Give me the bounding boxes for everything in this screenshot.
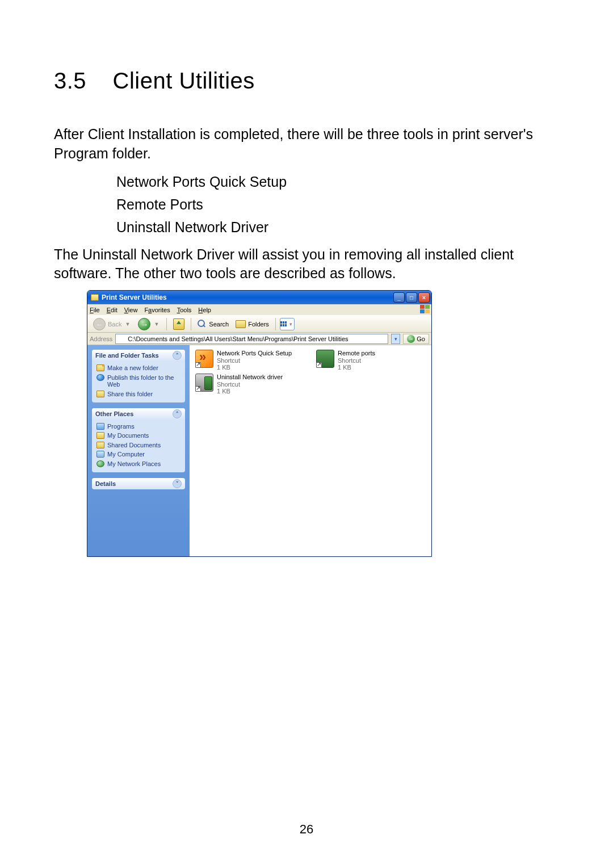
tasks-panel-title: File and Folder Tasks [95,352,159,359]
search-button[interactable]: Search [195,318,231,330]
documents-icon [96,432,104,439]
toolbar: ← Back ▼ → ▼ Search Folders ▾ [87,316,431,333]
new-folder-icon [96,364,104,371]
link-network-places[interactable]: My Network Places [96,460,180,468]
separator [166,318,167,330]
menu-help[interactable]: Help [198,307,211,313]
menubar: File Edit View Favorites Tools Help [87,304,431,316]
separator [275,318,276,330]
link-my-documents[interactable]: My Documents [96,432,180,439]
views-button[interactable]: ▾ [280,318,295,330]
item-name: Network Ports Quick Setup [217,350,292,357]
item-name: Uninstall Network driver [217,374,283,381]
folder-content[interactable]: Network Ports Quick Setup Shortcut 1 KB … [190,345,431,556]
search-label: Search [209,321,229,328]
svg-rect-3 [425,309,430,313]
item-text: Remote ports Shortcut 1 KB [338,350,375,371]
minimize-button[interactable]: _ [393,292,405,303]
go-label: Go [417,336,425,342]
details-panel-title: Details [95,480,116,487]
up-folder-icon [173,318,184,330]
programs-icon [96,423,104,430]
network-icon [96,460,104,467]
shortcut-icon [316,350,334,368]
section-number: 3.5 [54,68,86,93]
link-my-computer[interactable]: My Computer [96,451,180,458]
folders-button[interactable]: Folders [233,319,271,329]
close-button[interactable]: × [418,292,430,303]
list-item: Remote Ports [116,193,559,216]
address-field[interactable]: C:\Documents and Settings\All Users\Star… [115,334,388,344]
item-size: 1 KB [338,364,375,371]
explorer-window: Print Server Utilities _ □ × File Edit V… [87,290,432,557]
link-programs[interactable]: Programs [96,423,180,430]
chevron-down-icon: ▼ [124,321,131,327]
svg-rect-0 [420,305,425,309]
window-controls: _ □ × [393,292,430,303]
menu-favorites[interactable]: Favorites [144,307,170,313]
side-pane: File and Folder Tasks ˄ Make a new folde… [87,345,190,556]
menu-file[interactable]: File [90,307,100,313]
address-dropdown[interactable]: ▾ [391,334,400,344]
go-icon: → [407,335,415,343]
collapse-icon[interactable]: ˄ [173,351,182,360]
list-item: Network Ports Quick Setup [116,170,559,193]
item-text: Uninstall Network driver Shortcut 1 KB [217,374,283,395]
separator [191,318,191,330]
views-icon [280,321,287,327]
forward-button[interactable]: → ▼ [136,317,162,332]
shortcut-badge-icon [316,362,322,368]
other-places-title: Other Places [95,410,133,417]
address-path: C:\Documents and Settings\All Users\Star… [128,336,348,342]
up-button[interactable] [171,317,187,331]
other-places-header[interactable]: Other Places ˄ [92,408,185,420]
window-body: File and Folder Tasks ˄ Make a new folde… [87,345,431,556]
task-share-folder[interactable]: Share this folder [96,391,180,398]
task-make-folder[interactable]: Make a new folder [96,364,180,372]
shortcut-icon [195,374,213,392]
svg-rect-2 [420,309,425,313]
other-places-panel: Other Places ˄ Programs My Documents Sha… [92,408,185,472]
computer-icon [96,451,104,458]
document-page: 3.5 Client Utilities After Client Instal… [0,0,613,868]
menu-view[interactable]: View [124,307,138,313]
intro-paragraph: After Client Installation is completed, … [54,125,559,163]
chevron-down-icon: ▾ [288,321,293,327]
menu-edit[interactable]: Edit [107,307,117,313]
go-button[interactable]: → Go [403,334,429,344]
section-title-text: Client Utilities [113,68,255,93]
folder-icon [117,336,125,342]
shortcut-item[interactable]: Network Ports Quick Setup Shortcut 1 KB [194,349,305,372]
item-text: Network Ports Quick Setup Shortcut 1 KB [217,350,292,371]
shared-docs-icon [96,442,104,448]
details-panel: Details ˅ [92,478,185,489]
search-icon [198,320,207,329]
task-publish-web[interactable]: Publish this folder to the Web [96,374,180,388]
maximize-button[interactable]: □ [406,292,417,303]
window-title: Print Server Utilities [102,293,393,301]
collapse-icon[interactable]: ˄ [173,409,182,418]
folders-icon [236,320,246,328]
tools-list: Network Ports Quick Setup Remote Ports U… [116,170,559,238]
expand-icon[interactable]: ˅ [173,479,182,488]
tasks-panel: File and Folder Tasks ˄ Make a new folde… [92,350,185,402]
item-name: Remote ports [338,350,375,357]
address-bar: Address C:\Documents and Settings\All Us… [87,333,431,345]
folders-label: Folders [248,321,269,328]
windows-logo-icon [420,305,430,314]
titlebar[interactable]: Print Server Utilities _ □ × [87,291,431,304]
page-number: 26 [0,822,613,837]
shortcut-item[interactable]: Remote ports Shortcut 1 KB [315,349,406,372]
back-button[interactable]: ← Back ▼ [91,317,133,332]
back-icon: ← [93,318,106,330]
section-heading: 3.5 Client Utilities [54,68,559,94]
tasks-panel-header[interactable]: File and Folder Tasks ˄ [92,350,185,361]
shortcut-badge-icon [195,386,201,392]
share-icon [96,391,104,397]
item-type: Shortcut [217,357,292,364]
details-panel-header[interactable]: Details ˅ [92,478,185,489]
menu-tools[interactable]: Tools [177,307,192,313]
shortcut-item[interactable]: Uninstall Network driver Shortcut 1 KB [194,372,305,396]
globe-icon [96,374,104,381]
link-shared-documents[interactable]: Shared Documents [96,442,180,449]
